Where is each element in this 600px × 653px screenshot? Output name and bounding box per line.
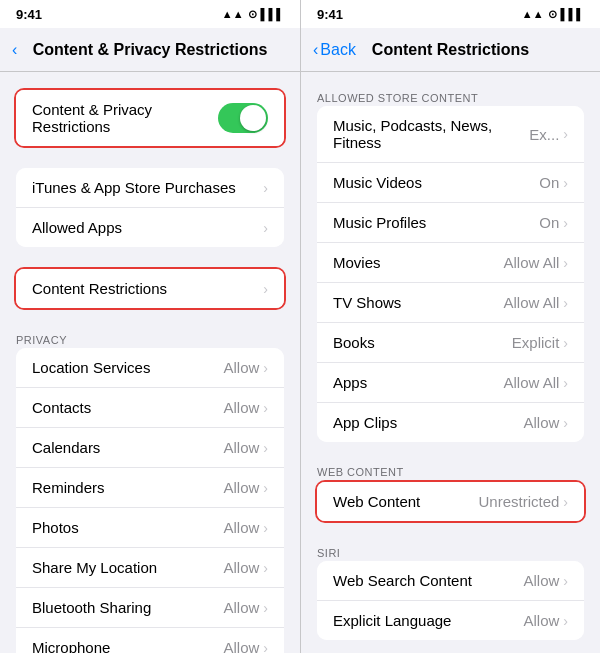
location-row[interactable]: Location Services Allow ›: [16, 348, 284, 388]
chevron-icon: ›: [263, 180, 268, 196]
web-section-label: WEB CONTENT: [301, 458, 420, 482]
web-content-label: Web Content: [333, 493, 420, 510]
music-podcasts-row[interactable]: Music, Podcasts, News, Fitness Ex... ›: [317, 106, 584, 163]
signal-icon: ▲▲: [522, 8, 544, 20]
siri-section-label: SIRI: [301, 539, 356, 563]
apps-label: Apps: [333, 374, 367, 391]
web-search-label: Web Search Content: [333, 572, 472, 589]
share-location-value: Allow: [223, 559, 259, 576]
photos-row[interactable]: Photos Allow ›: [16, 508, 284, 548]
location-label: Location Services: [32, 359, 150, 376]
share-location-row[interactable]: Share My Location Allow ›: [16, 548, 284, 588]
movies-row[interactable]: Movies Allow All ›: [317, 243, 584, 283]
right-screen: 9:41 ▲▲ ⊙ ▌▌▌ ‹ Back Content Restriction…: [300, 0, 600, 653]
music-profiles-right: On ›: [539, 214, 568, 231]
chevron-icon: ›: [563, 126, 568, 142]
music-videos-label: Music Videos: [333, 174, 422, 191]
status-bar-left: 9:41 ▲▲ ⊙ ▌▌▌: [0, 0, 300, 28]
app-clips-value: Allow: [523, 414, 559, 431]
nav-bar-left: ‹ Content & Privacy Restrictions: [0, 28, 300, 72]
explicit-language-label: Explicit Language: [333, 612, 451, 629]
content-privacy-toggle-row[interactable]: Content & Privacy Restrictions: [16, 90, 284, 146]
allowed-group: Music, Podcasts, News, Fitness Ex... › M…: [317, 106, 584, 442]
music-videos-row[interactable]: Music Videos On ›: [317, 163, 584, 203]
chevron-icon: ›: [563, 573, 568, 589]
content-restrictions-group: Content Restrictions ›: [14, 267, 286, 310]
contacts-row[interactable]: Contacts Allow ›: [16, 388, 284, 428]
music-profiles-row[interactable]: Music Profiles On ›: [317, 203, 584, 243]
toggle-knob: [240, 105, 266, 131]
back-button-left[interactable]: ‹: [12, 41, 17, 59]
microphone-right: Allow ›: [223, 639, 268, 653]
chevron-back-icon: ‹: [12, 41, 17, 59]
share-location-label: Share My Location: [32, 559, 157, 576]
tv-shows-label: TV Shows: [333, 294, 401, 311]
contacts-label: Contacts: [32, 399, 91, 416]
tv-shows-row[interactable]: TV Shows Allow All ›: [317, 283, 584, 323]
left-content: Content & Privacy Restrictions iTunes & …: [0, 72, 300, 653]
microphone-row[interactable]: Microphone Allow ›: [16, 628, 284, 653]
web-search-row[interactable]: Web Search Content Allow ›: [317, 561, 584, 601]
books-label: Books: [333, 334, 375, 351]
explicit-language-right: Allow ›: [523, 612, 568, 629]
itunes-row[interactable]: iTunes & App Store Purchases ›: [16, 168, 284, 208]
allowed-apps-row[interactable]: Allowed Apps ›: [16, 208, 284, 247]
chevron-icon: ›: [263, 480, 268, 496]
web-content-row[interactable]: Web Content Unrestricted ›: [317, 482, 584, 521]
back-button-right[interactable]: ‹ Back: [313, 41, 356, 59]
books-right: Explicit ›: [512, 334, 568, 351]
chevron-back-icon: ‹: [313, 41, 318, 59]
web-search-right: Allow ›: [523, 572, 568, 589]
toggle-label: Content & Privacy Restrictions: [32, 101, 218, 135]
web-search-value: Allow: [523, 572, 559, 589]
location-right: Allow ›: [223, 359, 268, 376]
siri-group: Web Search Content Allow › Explicit Lang…: [317, 561, 584, 640]
app-clips-label: App Clips: [333, 414, 397, 431]
status-icons-right: ▲▲ ⊙ ▌▌▌: [522, 8, 584, 21]
chevron-icon: ›: [263, 520, 268, 536]
music-podcasts-right: Ex... ›: [529, 126, 568, 143]
movies-value: Allow All: [503, 254, 559, 271]
content-restrictions-row[interactable]: Content Restrictions ›: [16, 269, 284, 308]
photos-right: Allow ›: [223, 519, 268, 536]
contacts-right: Allow ›: [223, 399, 268, 416]
app-clips-row[interactable]: App Clips Allow ›: [317, 403, 584, 442]
nav-title-left: Content & Privacy Restrictions: [33, 41, 268, 59]
toggle-container[interactable]: [218, 103, 268, 133]
chevron-icon: ›: [563, 335, 568, 351]
explicit-language-row[interactable]: Explicit Language Allow ›: [317, 601, 584, 640]
allowed-apps-label: Allowed Apps: [32, 219, 122, 236]
web-content-right: Unrestricted ›: [478, 493, 568, 510]
bluetooth-right: Allow ›: [223, 599, 268, 616]
privacy-toggle[interactable]: [218, 103, 268, 133]
microphone-label: Microphone: [32, 639, 110, 653]
battery-icon: ▌▌▌: [561, 8, 584, 20]
reminders-value: Allow: [223, 479, 259, 496]
reminders-label: Reminders: [32, 479, 105, 496]
calendars-row[interactable]: Calendars Allow ›: [16, 428, 284, 468]
chevron-icon: ›: [263, 220, 268, 236]
movies-label: Movies: [333, 254, 381, 271]
chevron-icon: ›: [563, 175, 568, 191]
contacts-value: Allow: [223, 399, 259, 416]
chevron-icon: ›: [263, 281, 268, 297]
back-label-right: Back: [320, 41, 356, 59]
content-restrictions-label: Content Restrictions: [32, 280, 167, 297]
music-podcasts-value: Ex...: [529, 126, 559, 143]
explicit-language-value: Allow: [523, 612, 559, 629]
web-content-value: Unrestricted: [478, 493, 559, 510]
reminders-row[interactable]: Reminders Allow ›: [16, 468, 284, 508]
books-row[interactable]: Books Explicit ›: [317, 323, 584, 363]
time-left: 9:41: [16, 7, 42, 22]
left-screen: 9:41 ▲▲ ⊙ ▌▌▌ ‹ Content & Privacy Restri…: [0, 0, 300, 653]
bluetooth-row[interactable]: Bluetooth Sharing Allow ›: [16, 588, 284, 628]
chevron-icon: ›: [563, 375, 568, 391]
photos-value: Allow: [223, 519, 259, 536]
chevron-icon: ›: [263, 440, 268, 456]
wifi-icon: ⊙: [248, 8, 257, 21]
bluetooth-label: Bluetooth Sharing: [32, 599, 151, 616]
apps-row[interactable]: Apps Allow All ›: [317, 363, 584, 403]
music-videos-right: On ›: [539, 174, 568, 191]
battery-icon: ▌▌▌: [261, 8, 284, 20]
calendars-label: Calendars: [32, 439, 100, 456]
